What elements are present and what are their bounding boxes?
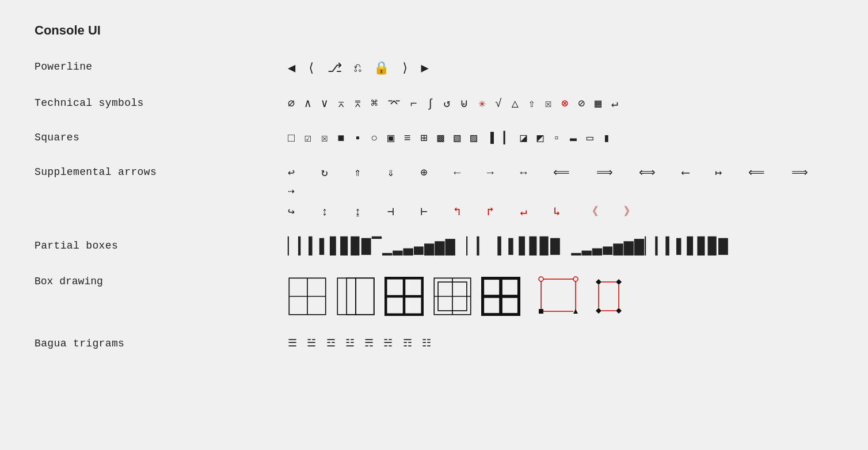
box-drawing-2: [336, 277, 375, 316]
section-label-bagua: Bagua trigrams: [35, 335, 288, 349]
section-box-drawing: Box drawing: [35, 273, 833, 319]
box-drawing-3: [384, 277, 424, 316]
svg-rect-5: [356, 278, 374, 314]
section-bagua: Bagua trigrams ☰ ☱ ☲ ☳ ☴ ☵ ☶ ☷: [35, 335, 833, 352]
box-drawing-1: [288, 277, 327, 316]
box-drawing-4: [433, 277, 472, 316]
svg-marker-24: [596, 279, 601, 285]
box-drawing-5: [481, 277, 520, 316]
section-label-powerline: Powerline: [35, 59, 288, 73]
red-bracket-right: 》: [624, 205, 637, 219]
page-title: Console UI: [35, 23, 833, 38]
svg-rect-21: [539, 309, 543, 314]
arrows-line1: ↩ ↻ ⇑ ⇓ ⊕ ← → ↔ ⟸ ⟹ ⟺ ⟵ ↦ ⟸ ⟹ ⇢: [288, 164, 833, 201]
arrows-line2: ↪ ↕ ↨ ⊣ ⊢ ↰ ↱ ↵ ↳ 《 》: [288, 203, 833, 222]
box-drawing-diagram: [530, 273, 622, 319]
svg-point-17: [573, 277, 578, 281]
svg-rect-4: [347, 278, 356, 314]
red-arrow4: ↳: [553, 205, 561, 219]
section-content-powerline: ◀ ⟨ ⎇ ⎌ 🔒 ⟩ ▶: [288, 59, 833, 79]
red-symbol-asterisk: ✳: [478, 97, 486, 110]
section-label-squares: Squares: [35, 129, 288, 143]
section-content-supp-arrows: ↩ ↻ ⇑ ⇓ ⊕ ← → ↔ ⟸ ⟹ ⟺ ⟵ ↦ ⟸ ⟹ ⇢ ↪ ↕ ↨ ⊣ …: [288, 164, 833, 222]
section-squares: Squares □ ☑ ☒ ■ ▪ ○ ▣ ≡ ⊞ ▩ ▧ ▨ ▐ ▎ ◪ ◩ …: [35, 129, 833, 148]
section-partial-boxes: Partial boxes ▏▎▍▌▋▊▉█▔▁▂▃▄▅▆▇ ▏▎ ▍▌▋▊▉█…: [35, 238, 833, 257]
section-content-box-drawing: [288, 273, 622, 319]
section-label-supp-arrows: Supplemental arrows: [35, 164, 288, 178]
red-bracket-left: 《: [587, 205, 599, 219]
svg-marker-25: [616, 279, 622, 285]
section-content-bagua: ☰ ☱ ☲ ☳ ☴ ☵ ☶ ☷: [288, 335, 833, 352]
section-content-squares: □ ☑ ☒ ■ ▪ ○ ▣ ≡ ⊞ ▩ ▧ ▨ ▐ ▎ ◪ ◩ ▫ ▬ ▭ ▮: [288, 129, 833, 148]
section-label-partial-boxes: Partial boxes: [35, 238, 288, 251]
section-technical: Technical symbols ⌀ ∧ ∨ ⌅ ⌆ ⌘ ⌤ ⌐ ∫ ↺ ⊌ …: [35, 95, 833, 113]
section-label-technical: Technical symbols: [35, 95, 288, 109]
section-content-partial-boxes: ▏▎▍▌▋▊▉█▔▁▂▃▄▅▆▇ ▏▎ ▍▌▋▊▉█ ▁▂▃▄▅▆▇▏▎▍▌▋▊…: [288, 238, 833, 257]
red-arrow1: ↰: [454, 205, 462, 219]
section-content-technical: ⌀ ∧ ∨ ⌅ ⌆ ⌘ ⌤ ⌐ ∫ ↺ ⊌ ✳ √ △ ⇧ ☒ ⊗ ⊘ ▦ ↵: [288, 95, 833, 113]
svg-marker-22: [573, 309, 578, 314]
red-arrow3: ↵: [520, 205, 528, 219]
red-symbol-ox: ⊗: [561, 97, 569, 110]
section-supp-arrows: Supplemental arrows ↩ ↻ ⇑ ⇓ ⊕ ← → ↔ ⟸ ⟹ …: [35, 164, 833, 222]
svg-marker-30: [616, 308, 622, 314]
svg-marker-29: [596, 308, 601, 314]
svg-point-16: [539, 277, 543, 281]
section-powerline: Powerline ◀ ⟨ ⎇ ⎌ 🔒 ⟩ ▶: [35, 59, 833, 79]
red-arrow2: ↱: [487, 205, 495, 219]
section-label-box-drawing: Box drawing: [35, 273, 288, 287]
